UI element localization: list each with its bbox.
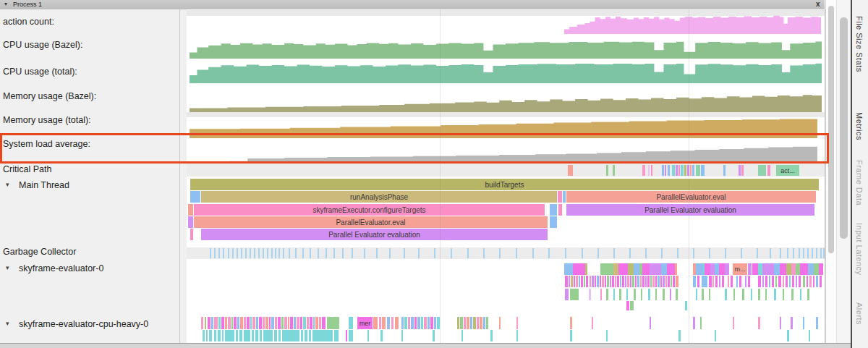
gc-tick[interactable] <box>820 248 822 258</box>
trace-slice[interactable] <box>642 165 645 176</box>
trace-slice[interactable] <box>722 276 724 287</box>
gc-tick[interactable] <box>376 248 378 258</box>
trace-slice[interactable] <box>282 330 299 341</box>
trace-slice[interactable] <box>762 276 764 287</box>
trace-slice[interactable] <box>696 263 703 275</box>
trace-slice[interactable] <box>309 330 311 341</box>
trace-slice[interactable] <box>265 317 268 329</box>
trace-slice[interactable]: act... <box>776 165 799 176</box>
trace-slice[interactable] <box>800 289 801 300</box>
trace-slice[interactable] <box>780 263 786 275</box>
trace-slice[interactable] <box>819 263 823 275</box>
gc-tick[interactable] <box>516 248 517 258</box>
trace-slice[interactable] <box>681 165 684 176</box>
trace-slice[interactable] <box>661 263 667 275</box>
trace-slice[interactable] <box>816 317 818 329</box>
trace-slice[interactable] <box>772 276 774 287</box>
trace-slice[interactable] <box>427 317 430 329</box>
trace-slice[interactable] <box>595 276 596 287</box>
trace-slice[interactable] <box>676 165 678 176</box>
trace-slice[interactable] <box>247 317 250 329</box>
trace-slice[interactable] <box>600 276 601 287</box>
trace-slice[interactable] <box>269 317 271 329</box>
trace-slice[interactable] <box>263 317 265 329</box>
gc-tick[interactable] <box>677 248 678 258</box>
trace-slice[interactable] <box>414 317 417 329</box>
trace-slice[interactable] <box>758 289 760 300</box>
trace-slice[interactable] <box>620 276 621 287</box>
trace-slice[interactable] <box>634 289 636 300</box>
gc-tick[interactable] <box>823 248 825 258</box>
trace-slice[interactable] <box>663 276 665 287</box>
page-scrollbar-thumb[interactable] <box>840 17 848 239</box>
trace-slice[interactable] <box>568 165 573 176</box>
trace-slice[interactable] <box>662 165 664 176</box>
gc-tick[interactable] <box>228 248 229 258</box>
trace-slice[interactable] <box>684 165 686 176</box>
trace-slice[interactable] <box>190 191 200 203</box>
gc-tick[interactable] <box>263 248 264 258</box>
trace-slice[interactable] <box>564 263 573 275</box>
trace-slice[interactable] <box>671 276 672 287</box>
trace-slice[interactable] <box>214 317 218 329</box>
gc-tick[interactable] <box>333 248 335 258</box>
trace-slice[interactable] <box>791 289 793 300</box>
gc-tick[interactable] <box>278 248 280 258</box>
trace-slice[interactable] <box>188 204 193 216</box>
trace-slice[interactable] <box>574 276 575 287</box>
trace-slice[interactable] <box>752 263 758 275</box>
gc-tick[interactable] <box>283 248 284 258</box>
trace-slice[interactable] <box>808 263 814 275</box>
timeline-area[interactable]: act... buildTargets runAnalysisPhasePara… <box>187 9 825 343</box>
mem-total-chart[interactable] <box>190 117 817 138</box>
trace-slice[interactable] <box>650 317 651 329</box>
gc-tick[interactable] <box>302 248 304 258</box>
trace-slice[interactable] <box>715 276 718 287</box>
trace-slice[interactable] <box>613 289 615 300</box>
gc-tick[interactable] <box>709 248 710 258</box>
trace-slice[interactable] <box>256 317 258 329</box>
trace-slice[interactable] <box>762 263 774 275</box>
trace-slice[interactable] <box>758 165 766 176</box>
trace-slice[interactable] <box>660 276 662 287</box>
trace-slice[interactable] <box>748 263 752 275</box>
trace-slice[interactable] <box>701 165 705 176</box>
trace-slice[interactable] <box>751 289 752 300</box>
trace-slice[interactable] <box>597 276 599 287</box>
collapse-arrow-icon[interactable]: ▾ <box>4 1 7 7</box>
trace-slice[interactable] <box>473 317 476 329</box>
trace-slice[interactable] <box>645 276 647 287</box>
trace-slice[interactable] <box>322 317 326 329</box>
trace-slice[interactable] <box>675 263 677 275</box>
trace-slice[interactable]: Parallel Evaluator evaluation <box>201 229 548 240</box>
trace-slice[interactable] <box>667 263 675 275</box>
trace-slice[interactable]: buildTargets <box>190 179 819 190</box>
trace-slice[interactable] <box>678 165 680 176</box>
trace-slice[interactable] <box>271 317 274 329</box>
gc-tick[interactable] <box>613 248 615 258</box>
trace-slice[interactable] <box>783 289 784 300</box>
trace-slice[interactable]: skyframeExecutor.configureTargets <box>194 204 545 216</box>
tab-frame-data[interactable]: Frame Data <box>855 160 864 205</box>
trace-slice[interactable] <box>281 317 284 329</box>
trace-slice[interactable] <box>626 301 629 310</box>
gc-tick[interactable] <box>787 248 788 258</box>
tab-alerts[interactable]: Alerts <box>855 302 864 325</box>
gc-tick[interactable] <box>267 248 268 258</box>
process-header[interactable]: ▾ Process 1 x <box>0 0 825 10</box>
trace-slice[interactable] <box>813 276 814 287</box>
trace-slice[interactable] <box>630 301 634 310</box>
gc-tick[interactable] <box>326 248 327 258</box>
trace-slice[interactable]: m... <box>733 263 747 275</box>
trace-slice[interactable] <box>612 276 614 287</box>
trace-slice[interactable] <box>619 289 621 300</box>
trace-slice[interactable] <box>433 330 435 341</box>
gc-tick[interactable] <box>310 248 311 258</box>
trace-slice[interactable] <box>581 276 583 287</box>
trace-slice[interactable] <box>477 317 479 329</box>
trace-slice[interactable] <box>685 301 687 310</box>
gc-tick[interactable] <box>237 248 238 258</box>
trace-slice[interactable] <box>702 276 707 287</box>
trace-slice[interactable] <box>250 317 252 329</box>
gc-tick[interactable] <box>565 248 566 258</box>
